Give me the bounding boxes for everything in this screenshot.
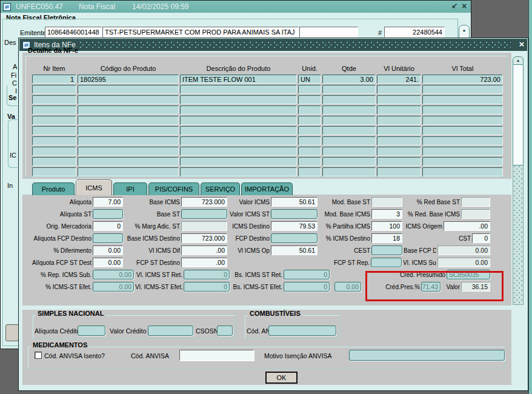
table-cell[interactable]: 3.00 [322,75,376,84]
icms-field[interactable] [461,197,490,207]
icms-field[interactable] [371,258,402,267]
table-cell[interactable] [377,116,421,125]
table-cell[interactable] [422,136,503,145]
table-cell[interactable] [322,136,376,145]
table-cell[interactable] [78,116,179,125]
motivo-isencao-field[interactable] [349,350,505,361]
table-cell[interactable]: 1802595 [78,75,179,84]
main-titlebar[interactable]: ⇄ UNFEC050.47 Nota Fiscal 14/02/2025 09:… [1,1,471,13]
table-cell[interactable] [322,85,376,94]
icms-field[interactable] [181,209,227,219]
table-cell[interactable] [377,85,421,94]
icms-field[interactable] [371,197,402,207]
table-cell[interactable] [78,95,179,104]
icms-field[interactable]: 50.61 [271,245,318,255]
table-cell[interactable] [422,105,503,115]
icms-field[interactable] [271,233,318,243]
table-cell[interactable] [377,126,421,135]
icms-field[interactable]: 0 [472,233,490,243]
icms-field[interactable]: 79.53 [271,221,318,231]
table-cell[interactable] [422,95,503,104]
table-cell[interactable] [422,116,503,125]
icms-field[interactable]: 723.000 [181,197,227,207]
scrollbar-up-button[interactable]: ▲ [513,56,524,65]
icms-field[interactable]: 0 [284,270,330,279]
table-cell[interactable] [422,85,503,94]
icms-field[interactable]: .00 [181,245,227,255]
table-cell[interactable]: 723.00 [422,75,503,84]
table-cell[interactable] [322,157,376,166]
icms-field[interactable]: 0 [184,282,230,292]
emitente-name-field[interactable]: TST-PETSUPERMARKET COM PROD PARA ANIMAIS… [102,27,299,38]
table-cell[interactable] [180,116,297,125]
icms-field[interactable]: 723.000 [181,233,227,243]
restore-button[interactable]: ↙ [451,1,457,10]
table-cell[interactable] [377,147,421,156]
dialog-close-button[interactable]: × [516,38,528,50]
table-cell[interactable] [78,126,179,135]
icms-field[interactable]: 0 [284,282,330,292]
icms-field[interactable]: 0.00 [437,258,490,267]
table-cell[interactable] [32,167,76,176]
icms-field[interactable]: 0 [184,270,230,279]
tab-produto[interactable]: Produto [32,182,75,195]
table-cell[interactable] [32,136,76,145]
scrollbar-thumb[interactable] [513,65,524,165]
icms-field[interactable]: 0 [93,221,123,231]
icms-field[interactable]: 50.61 [271,197,318,207]
table-cell[interactable] [298,95,321,104]
table-cell[interactable]: ITEM TESTE FLOW 001 [180,75,297,84]
icms-field[interactable]: 7.00 [93,197,123,207]
table-cell[interactable] [32,95,76,104]
ok-button[interactable]: OK [265,372,298,384]
table-cell[interactable] [377,136,421,145]
icms-field[interactable] [461,209,490,219]
tab-servi-o[interactable]: SERVIÇO [201,182,240,195]
icms-field[interactable]: 71.43 [421,282,441,292]
table-cell[interactable] [422,157,503,166]
table-cell[interactable]: UN [298,75,321,84]
icms-field[interactable]: 0.00 [93,270,134,279]
nf-number-field[interactable]: 22480544 [384,27,445,38]
icms-field[interactable]: 0.00 [93,245,123,255]
tab-pis-cofins[interactable]: PIS/COFINS [148,182,199,195]
tab-icms[interactable]: ICMS [76,179,112,195]
table-cell[interactable] [298,136,321,145]
table-cell[interactable] [78,136,179,145]
table-cell[interactable] [180,157,297,166]
icms-field[interactable]: 0.00 [334,282,361,292]
tab-ipi[interactable]: IPI [113,182,147,195]
table-cell[interactable] [322,126,376,135]
table-cell[interactable] [298,105,321,115]
table-cell[interactable] [180,136,297,145]
table-cell[interactable] [32,85,76,94]
icms-field[interactable] [93,233,123,243]
table-cell[interactable] [32,105,76,115]
table-cell[interactable]: 1 [32,75,76,84]
emitente-extra-field[interactable] [299,27,358,38]
table-cell[interactable] [78,147,179,156]
table-cell[interactable] [32,157,76,166]
table-cell[interactable] [32,147,76,156]
table-cell[interactable] [422,147,503,156]
table-cell[interactable] [298,116,321,125]
valor-credito-field[interactable] [148,326,193,336]
icms-field[interactable] [271,209,318,219]
table-cell[interactable] [298,85,321,94]
anvisa-isento-checkbox[interactable] [35,352,42,359]
table-cell[interactable] [298,157,321,166]
aliquota-credito-field[interactable] [78,326,105,336]
icms-field[interactable]: 36.15 [461,282,490,292]
table-cell[interactable] [78,157,179,166]
table-cell[interactable] [78,167,179,176]
icms-field[interactable] [93,209,123,219]
icms-field[interactable]: 0.00 [93,282,134,292]
icms-field[interactable]: 0.00 [93,258,123,267]
table-cell[interactable] [298,147,321,156]
table-cell[interactable] [32,116,76,125]
table-cell[interactable] [322,116,376,125]
cod-anvisa-field[interactable] [179,350,254,361]
table-cell[interactable] [422,126,503,135]
table-cell[interactable] [377,105,421,115]
table-cell[interactable] [322,95,376,104]
